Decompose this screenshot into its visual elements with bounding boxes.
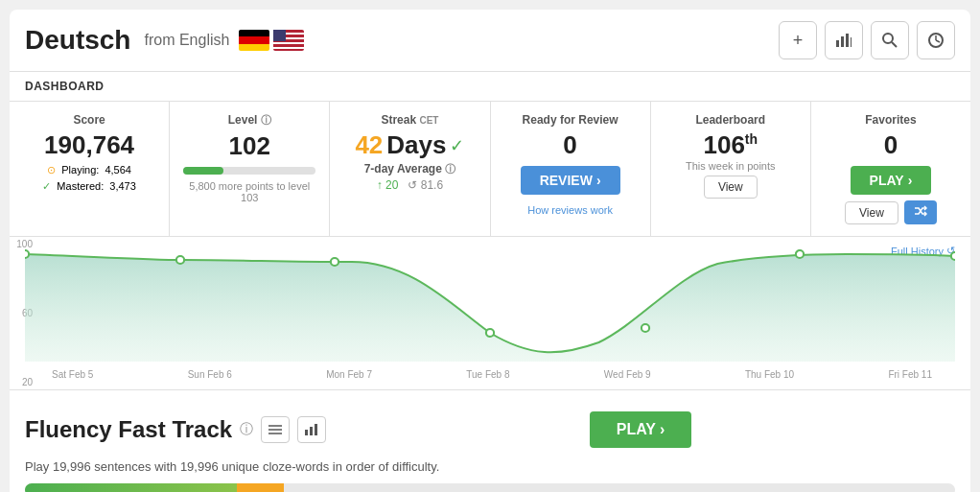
add-button[interactable]: + [779,21,817,59]
streak-unit: Days [386,130,446,160]
streak-label: Streak CET [343,113,476,127]
history-button[interactable] [917,21,955,59]
score-value: 190,764 [23,130,155,160]
list-icon [268,424,282,435]
svg-rect-1 [841,36,844,47]
chart-container: Full History ↺ 100 60 20 [10,237,970,390]
fluency-list-button[interactable] [261,416,290,443]
level-value: 102 [183,131,315,161]
chart-x-thu: Thu Feb 10 [745,369,794,380]
streak-value: 42 [355,130,383,160]
level-info-icon[interactable]: ⓘ [261,114,271,126]
fluency-play-button[interactable]: PLAY › [590,411,692,448]
flag-english [273,30,304,51]
search-button[interactable] [871,21,909,59]
svg-rect-2 [846,34,849,47]
progress-mastered [237,483,284,492]
svg-point-12 [486,329,494,337]
fluency-section: Fluency Fast Track ⓘ [10,390,970,492]
review-card: Ready for Review 0 REVIEW › How reviews … [491,102,651,236]
shuffle-icon [914,204,927,218]
fluency-progress-fill [25,483,955,492]
review-button[interactable]: REVIEW › [521,166,620,195]
playing-value: 4,564 [105,164,131,176]
chart-button[interactable] [825,21,863,59]
svg-rect-3 [851,37,852,47]
streak-refresh: ↺ 81.6 [408,178,443,192]
header-left: Deutsch from English [25,25,304,56]
favorites-bottom: View [825,200,957,224]
how-reviews-link[interactable]: How reviews work [527,204,613,216]
chart-y-20: 20 [10,377,33,387]
chart-icon [835,33,852,48]
leaderboard-sublabel: This week in points [665,160,797,172]
svg-rect-20 [310,427,313,435]
mastered-sub: ✓ Mastered: 3,473 [23,180,155,193]
streak-stats: ↑ 20 ↺ 81.6 [343,178,476,192]
fluency-header: Fluency Fast Track ⓘ [25,406,955,454]
level-sublabel: 5,800 more points to level 103 [183,180,315,203]
stats-row: Score 190,764 ⊙ Playing: 4,564 ✓ Mastere… [10,102,970,237]
leaderboard-card: Leaderboard 106th This week in points Vi… [651,102,811,236]
score-sub: ⊙ Playing: 4,564 [23,164,155,176]
flag-german [239,30,269,51]
streak-card: Streak CET 42 Days ✓ 7-day Average ⓘ ↑ 2… [330,102,490,236]
flags [239,30,304,51]
svg-rect-19 [305,430,308,435]
svg-point-4 [883,34,893,43]
svg-rect-21 [315,424,317,435]
chart-x-wed: Wed Feb 9 [604,369,651,380]
favorites-view-button[interactable]: View [845,201,898,224]
fluency-chart-button[interactable] [297,416,326,443]
svg-line-5 [892,42,897,47]
chart-x-tue: Tue Feb 8 [466,369,509,380]
review-label: Ready for Review [504,113,637,127]
svg-rect-0 [836,40,839,47]
favorites-value: 0 [825,130,957,160]
from-text: from English [144,32,229,49]
svg-point-11 [331,258,338,266]
dashboard-label: DASHBOARD [10,72,970,102]
leaderboard-view-button[interactable]: View [704,176,758,199]
chart-x-sun: Sun Feb 6 [188,369,232,380]
fluency-description: Play 19,996 sentences with 19,996 unique… [25,459,955,474]
favorites-play-button[interactable]: PLAY › [851,166,932,195]
score-card: Score 190,764 ⊙ Playing: 4,564 ✓ Mastere… [10,102,170,236]
review-value: 0 [504,130,637,160]
playing-dot: ⊙ [47,164,56,176]
favorites-icon-button[interactable] [904,200,937,224]
progress-playing [25,483,237,492]
mastered-value: 3,473 [109,180,136,193]
clock-icon [927,32,945,49]
level-label: Level ⓘ [183,113,315,128]
favorites-card: Favorites 0 PLAY › View [811,102,970,236]
chart-x-mon: Mon Feb 7 [326,369,372,380]
level-progress-bar [183,167,315,175]
mastered-dot: ✓ [42,180,51,193]
chart-svg [25,246,955,362]
streak-value-row: 42 Days ✓ [343,130,476,160]
search-icon [881,32,898,49]
level-progress-fill [183,167,222,175]
chart-wrapper: 100 60 20 [25,246,955,365]
mastered-label: Mastered: [57,180,104,193]
streak-check: ✓ [450,135,464,156]
fluency-progress-bar [25,483,955,492]
chart-svg-container [25,246,955,365]
playing-label: Playing: [61,164,99,176]
fluency-title: Fluency Fast Track [25,416,232,443]
streak-up: ↑ 20 [377,178,399,192]
app-title: Deutsch [25,25,130,56]
svg-point-13 [642,324,649,332]
svg-line-8 [936,40,940,42]
chart-x-fri: Fri Feb 11 [888,369,932,380]
chart-x-sat: Sat Feb 5 [52,369,93,380]
fluency-title-row: Fluency Fast Track ⓘ [25,416,326,443]
seven-day-label: 7-day Average ⓘ [343,162,476,176]
seven-day-info[interactable]: ⓘ [445,163,455,175]
bar-chart-icon [305,424,318,435]
score-label: Score [23,113,155,127]
favorites-label: Favorites [825,113,957,127]
svg-point-10 [176,256,184,264]
fluency-help-icon[interactable]: ⓘ [240,421,253,438]
